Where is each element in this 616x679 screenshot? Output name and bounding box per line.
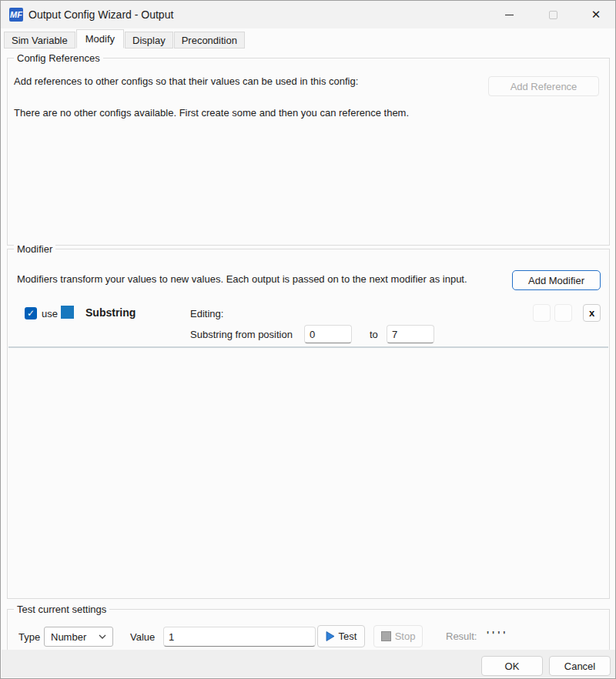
test-button-label: Test — [339, 630, 357, 642]
tab-modify[interactable]: Modify — [76, 29, 124, 48]
modifier-group: Modifier Modifiers transform your values… — [7, 249, 610, 599]
move-up-button[interactable] — [533, 304, 551, 322]
minimize-icon — [505, 15, 514, 15]
remove-icon: x — [589, 307, 594, 319]
maximize-button[interactable] — [535, 1, 571, 28]
stop-button-label: Stop — [395, 630, 416, 642]
modifier-legend: Modifier — [14, 243, 55, 255]
tab-label: Modify — [85, 33, 115, 45]
tab-label: Sim Variable — [12, 35, 68, 46]
close-icon: ✕ — [591, 8, 601, 22]
substring-to-input[interactable] — [387, 325, 434, 343]
test-settings-legend: Test current settings — [14, 604, 109, 615]
result-label: Result: — [446, 630, 477, 642]
stop-icon — [381, 631, 391, 641]
config-references-empty-message: There are no other configs available. Fi… — [14, 107, 409, 119]
modifier-color-swatch — [61, 306, 74, 319]
cancel-button[interactable]: Cancel — [549, 656, 611, 676]
tab-label: Precondition — [182, 35, 237, 46]
title-bar: MF Output Config Wizard - Output ✕ — [1, 1, 615, 28]
value-label: Value — [130, 631, 155, 643]
type-dropdown-value: Number — [51, 631, 86, 643]
window-title: Output Config Wizard - Output — [28, 8, 173, 21]
tab-sim-variable[interactable]: Sim Variable — [4, 32, 75, 48]
config-references-legend: Config References — [14, 52, 103, 64]
minimize-button[interactable] — [491, 1, 527, 28]
add-reference-button[interactable]: Add Reference — [488, 76, 599, 96]
tab-label: Display — [132, 35, 166, 46]
substring-position-label: Substring from position — [190, 329, 293, 340]
test-settings-group: Test current settings Type Number Value … — [7, 609, 610, 651]
dialog-window: MF Output Config Wizard - Output ✕ Sim V… — [0, 0, 616, 679]
editing-label: Editing: — [190, 308, 223, 319]
add-modifier-button[interactable]: Add Modifier — [512, 270, 601, 290]
ok-button[interactable]: OK — [481, 656, 543, 676]
tab-strip: Sim Variable Modify Display Precondition — [4, 29, 246, 48]
stop-button[interactable]: Stop — [373, 625, 423, 647]
chevron-down-icon — [99, 634, 106, 639]
move-down-button[interactable] — [554, 304, 572, 322]
cancel-button-label: Cancel — [564, 661, 595, 672]
modifier-name: Substring — [85, 306, 136, 319]
use-label: use — [42, 308, 58, 319]
add-reference-label: Add Reference — [511, 81, 578, 92]
tab-display[interactable]: Display — [125, 32, 173, 48]
checkmark-icon: ✓ — [27, 308, 35, 319]
maximize-icon — [549, 11, 557, 19]
test-value-input[interactable] — [163, 627, 316, 647]
close-button[interactable]: ✕ — [578, 1, 614, 28]
type-label: Type — [18, 631, 40, 643]
use-checkbox[interactable]: ✓ — [25, 307, 37, 319]
play-icon — [326, 631, 335, 641]
config-references-group: Config References Add references to othe… — [7, 58, 610, 246]
test-button[interactable]: Test — [317, 625, 365, 647]
config-references-description: Add references to other configs so that … — [14, 75, 358, 87]
result-value: '''' — [487, 629, 508, 641]
remove-modifier-button[interactable]: x — [583, 304, 601, 322]
substring-from-input[interactable] — [304, 325, 352, 343]
to-label: to — [370, 329, 378, 340]
ok-button-label: OK — [505, 661, 520, 672]
modifier-description: Modifiers transform your values to new v… — [17, 273, 467, 285]
modifier-row-separator — [8, 346, 608, 348]
tab-precondition[interactable]: Precondition — [174, 32, 245, 48]
add-modifier-label: Add Modifier — [528, 275, 584, 286]
app-icon: MF — [9, 8, 23, 22]
type-dropdown[interactable]: Number — [44, 627, 113, 647]
